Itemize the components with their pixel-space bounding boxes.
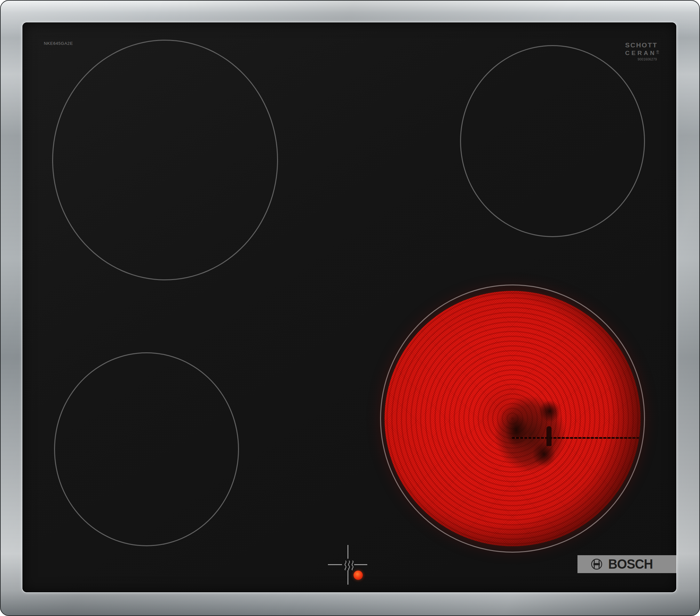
power-indicator-dot [353,570,363,580]
schott-ceran-logo: SCHOTT CERAN® [625,41,659,56]
bosch-armature-icon [590,558,603,570]
ceramic-glass-surface: NKE645GA2E SCHOTT CERAN® 9001606279 [22,22,676,592]
cooking-zone-front-left [54,352,239,546]
glow-center-haze [482,383,578,485]
cooking-zone-rear-right [460,45,645,237]
model-number-label: NKE645GA2E [44,41,73,46]
serial-number-label: 9001606279 [638,58,657,61]
crosshair-horizontal-left [328,564,342,565]
residual-heat-waves-icon [343,560,356,570]
cooking-zone-front-right [380,284,645,553]
glow-center-swirl-lower [528,436,560,472]
heating-element-wire [512,437,640,439]
radiant-element-glow [385,291,640,546]
cooking-zone-rear-left [52,40,278,280]
glow-scorch-smudge-lower [592,520,623,546]
glow-scorch-smudge-right [621,460,640,513]
schott-ceran-line1: SCHOTT [625,41,659,48]
crosshair-vertical-top [348,545,348,559]
hob-product-photo: NKE645GA2E SCHOTT CERAN® 9001606279 [0,0,700,616]
registered-mark: ® [657,50,659,54]
crosshair-vertical-bottom [348,570,348,584]
crosshair-horizontal-right [354,564,367,565]
bosch-wordmark: BOSCH [608,556,653,572]
glow-center-swirl-left [500,406,532,454]
glow-center-swirl-upper [534,396,565,427]
schott-ceran-line2: CERAN® [625,50,659,56]
bosch-badge: BOSCH [577,555,676,573]
element-sensor-tab [547,426,552,446]
